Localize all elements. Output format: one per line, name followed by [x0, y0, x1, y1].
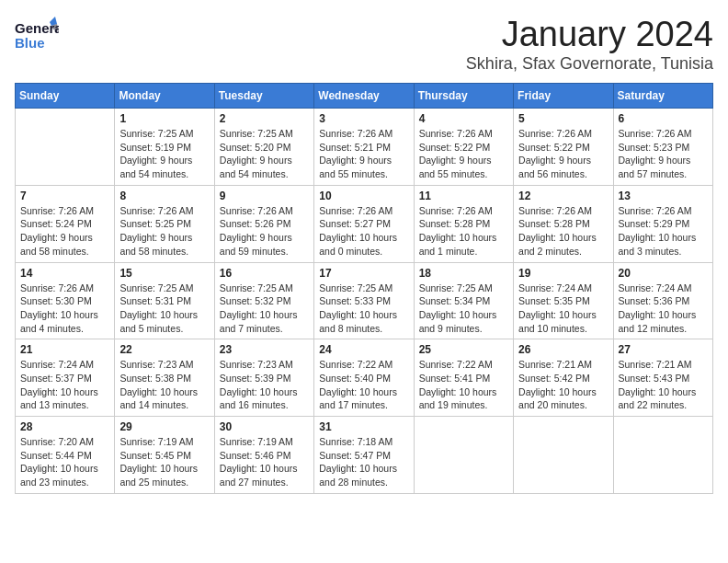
day-info: Sunrise: 7:24 AMSunset: 5:35 PMDaylight:… — [518, 282, 608, 336]
week-row-3: 14Sunrise: 7:26 AMSunset: 5:30 PMDayligh… — [16, 262, 713, 339]
day-info: Sunrise: 7:26 AMSunset: 5:30 PMDaylight:… — [20, 282, 109, 336]
calendar-cell: 12Sunrise: 7:26 AMSunset: 5:28 PMDayligh… — [514, 185, 613, 262]
day-info: Sunrise: 7:26 AMSunset: 5:28 PMDaylight:… — [518, 204, 608, 259]
day-info: Sunrise: 7:24 AMSunset: 5:37 PMDaylight:… — [20, 358, 109, 412]
month-title: January 2024 — [466, 15, 713, 54]
day-header-saturday: Saturday — [613, 84, 712, 109]
logo: General Blue — [15, 15, 59, 53]
day-number: 21 — [20, 343, 109, 356]
day-number: 26 — [518, 343, 608, 356]
day-info: Sunrise: 7:20 AMSunset: 5:44 PMDaylight:… — [20, 435, 109, 489]
day-number: 8 — [119, 190, 209, 202]
day-info: Sunrise: 7:18 AMSunset: 5:47 PMDaylight:… — [319, 435, 408, 489]
day-number: 19 — [518, 267, 608, 280]
week-row-1: 1Sunrise: 7:25 AMSunset: 5:19 PMDaylight… — [16, 109, 713, 186]
day-info: Sunrise: 7:26 AMSunset: 5:28 PMDaylight:… — [419, 204, 508, 259]
calendar-cell: 21Sunrise: 7:24 AMSunset: 5:37 PMDayligh… — [16, 339, 115, 417]
day-number: 10 — [319, 190, 408, 202]
calendar-cell: 17Sunrise: 7:25 AMSunset: 5:33 PMDayligh… — [314, 262, 414, 339]
day-number: 9 — [220, 190, 309, 202]
calendar-cell: 24Sunrise: 7:22 AMSunset: 5:40 PMDayligh… — [314, 339, 414, 417]
day-info: Sunrise: 7:23 AMSunset: 5:38 PMDaylight:… — [119, 358, 209, 412]
calendar-cell: 29Sunrise: 7:19 AMSunset: 5:45 PMDayligh… — [115, 417, 214, 494]
calendar-cell — [16, 109, 115, 186]
day-info: Sunrise: 7:25 AMSunset: 5:32 PMDaylight:… — [220, 282, 309, 336]
day-info: Sunrise: 7:25 AMSunset: 5:20 PMDaylight:… — [220, 127, 309, 181]
day-info: Sunrise: 7:19 AMSunset: 5:46 PMDaylight:… — [220, 435, 309, 489]
day-number: 22 — [119, 343, 209, 356]
calendar-cell: 18Sunrise: 7:25 AMSunset: 5:34 PMDayligh… — [414, 262, 513, 339]
calendar-cell: 13Sunrise: 7:26 AMSunset: 5:29 PMDayligh… — [613, 185, 712, 262]
day-info: Sunrise: 7:25 AMSunset: 5:19 PMDaylight:… — [119, 127, 209, 181]
svg-text:Blue: Blue — [15, 35, 45, 51]
day-number: 28 — [20, 420, 109, 433]
day-number: 11 — [419, 190, 508, 202]
calendar-cell — [514, 417, 613, 494]
day-number: 24 — [319, 343, 408, 356]
calendar-cell: 19Sunrise: 7:24 AMSunset: 5:35 PMDayligh… — [514, 262, 613, 339]
day-info: Sunrise: 7:26 AMSunset: 5:29 PMDaylight:… — [619, 204, 708, 259]
day-number: 27 — [619, 343, 708, 356]
day-info: Sunrise: 7:26 AMSunset: 5:22 PMDaylight:… — [518, 127, 608, 181]
calendar-cell: 5Sunrise: 7:26 AMSunset: 5:22 PMDaylight… — [514, 109, 613, 186]
week-row-5: 28Sunrise: 7:20 AMSunset: 5:44 PMDayligh… — [16, 417, 713, 494]
day-info: Sunrise: 7:23 AMSunset: 5:39 PMDaylight:… — [220, 358, 309, 412]
calendar-cell: 22Sunrise: 7:23 AMSunset: 5:38 PMDayligh… — [115, 339, 214, 417]
day-info: Sunrise: 7:25 AMSunset: 5:34 PMDaylight:… — [419, 282, 508, 336]
day-info: Sunrise: 7:25 AMSunset: 5:33 PMDaylight:… — [319, 282, 408, 336]
day-number: 6 — [619, 112, 708, 125]
day-number: 30 — [220, 420, 309, 433]
calendar-body: 1Sunrise: 7:25 AMSunset: 5:19 PMDaylight… — [16, 109, 713, 494]
day-info: Sunrise: 7:22 AMSunset: 5:41 PMDaylight:… — [419, 358, 508, 412]
calendar-cell — [414, 417, 513, 494]
calendar-cell: 15Sunrise: 7:25 AMSunset: 5:31 PMDayligh… — [115, 262, 214, 339]
day-number: 15 — [119, 267, 209, 280]
calendar-cell: 7Sunrise: 7:26 AMSunset: 5:24 PMDaylight… — [16, 185, 115, 262]
calendar-table: SundayMondayTuesdayWednesdayThursdayFrid… — [15, 83, 713, 494]
day-number: 29 — [119, 420, 209, 433]
day-number: 17 — [319, 267, 408, 280]
calendar-cell: 8Sunrise: 7:26 AMSunset: 5:25 PMDaylight… — [115, 185, 214, 262]
calendar-cell: 26Sunrise: 7:21 AMSunset: 5:42 PMDayligh… — [514, 339, 613, 417]
calendar-cell: 23Sunrise: 7:23 AMSunset: 5:39 PMDayligh… — [214, 339, 313, 417]
day-info: Sunrise: 7:25 AMSunset: 5:31 PMDaylight:… — [119, 282, 209, 336]
day-info: Sunrise: 7:26 AMSunset: 5:22 PMDaylight:… — [419, 127, 508, 181]
day-info: Sunrise: 7:26 AMSunset: 5:24 PMDaylight:… — [20, 204, 109, 259]
calendar-cell: 31Sunrise: 7:18 AMSunset: 5:47 PMDayligh… — [314, 417, 414, 494]
week-row-4: 21Sunrise: 7:24 AMSunset: 5:37 PMDayligh… — [16, 339, 713, 417]
day-number: 14 — [20, 267, 109, 280]
calendar-cell: 9Sunrise: 7:26 AMSunset: 5:26 PMDaylight… — [214, 185, 313, 262]
calendar-cell — [613, 417, 712, 494]
calendar-cell: 16Sunrise: 7:25 AMSunset: 5:32 PMDayligh… — [214, 262, 313, 339]
day-info: Sunrise: 7:21 AMSunset: 5:43 PMDaylight:… — [619, 358, 708, 412]
day-header-tuesday: Tuesday — [214, 84, 313, 109]
day-info: Sunrise: 7:26 AMSunset: 5:21 PMDaylight:… — [319, 127, 408, 181]
day-header-wednesday: Wednesday — [314, 84, 414, 109]
day-number: 7 — [20, 190, 109, 202]
day-info: Sunrise: 7:21 AMSunset: 5:42 PMDaylight:… — [518, 358, 608, 412]
week-row-2: 7Sunrise: 7:26 AMSunset: 5:24 PMDaylight… — [16, 185, 713, 262]
day-number: 2 — [220, 112, 309, 125]
calendar-cell: 14Sunrise: 7:26 AMSunset: 5:30 PMDayligh… — [16, 262, 115, 339]
day-info: Sunrise: 7:26 AMSunset: 5:26 PMDaylight:… — [220, 204, 309, 259]
page-header: General Blue January 2024 Skhira, Sfax G… — [15, 15, 713, 74]
day-info: Sunrise: 7:26 AMSunset: 5:23 PMDaylight:… — [619, 127, 708, 181]
title-block: January 2024 Skhira, Sfax Governorate, T… — [466, 15, 713, 74]
calendar-cell: 20Sunrise: 7:24 AMSunset: 5:36 PMDayligh… — [613, 262, 712, 339]
day-header-thursday: Thursday — [414, 84, 513, 109]
day-header-friday: Friday — [514, 84, 613, 109]
days-header-row: SundayMondayTuesdayWednesdayThursdayFrid… — [16, 84, 713, 109]
calendar-cell: 27Sunrise: 7:21 AMSunset: 5:43 PMDayligh… — [613, 339, 712, 417]
calendar-cell: 28Sunrise: 7:20 AMSunset: 5:44 PMDayligh… — [16, 417, 115, 494]
day-number: 3 — [319, 112, 408, 125]
day-number: 4 — [419, 112, 508, 125]
day-info: Sunrise: 7:26 AMSunset: 5:25 PMDaylight:… — [119, 204, 209, 259]
location-title: Skhira, Sfax Governorate, Tunisia — [466, 54, 713, 74]
day-info: Sunrise: 7:26 AMSunset: 5:27 PMDaylight:… — [319, 204, 408, 259]
calendar-cell: 2Sunrise: 7:25 AMSunset: 5:20 PMDaylight… — [214, 109, 313, 186]
day-number: 20 — [619, 267, 708, 280]
day-number: 1 — [119, 112, 209, 125]
day-number: 12 — [518, 190, 608, 202]
calendar-cell: 1Sunrise: 7:25 AMSunset: 5:19 PMDaylight… — [115, 109, 214, 186]
calendar-cell: 25Sunrise: 7:22 AMSunset: 5:41 PMDayligh… — [414, 339, 513, 417]
